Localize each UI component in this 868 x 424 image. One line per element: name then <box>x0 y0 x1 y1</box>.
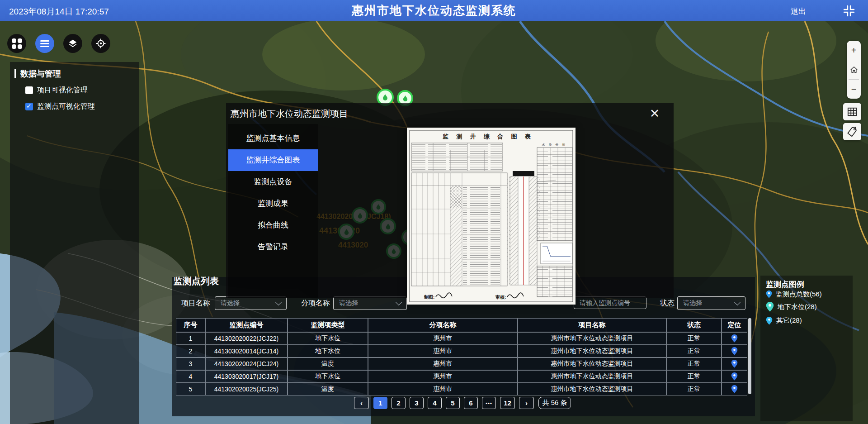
apps-menu-button[interactable] <box>7 34 26 53</box>
document-title: 监 测 井 综 合 图 表 <box>443 133 534 140</box>
list-panel-title: 监测点列表 <box>174 275 219 287</box>
locate-button[interactable] <box>722 370 747 383</box>
cell-status: 正常 <box>666 357 722 370</box>
zoom-in-button[interactable]: + <box>847 41 861 60</box>
home-icon <box>850 66 858 73</box>
select-value: 请选择 <box>334 299 396 307</box>
legend-label: 地下水位(28) <box>778 303 817 311</box>
data-management-panel: 数据与管理 项目可视化管理 监测点可视化管理 <box>10 62 139 424</box>
page-button-2[interactable]: 2 <box>392 397 406 409</box>
col-header-status: 状态 <box>666 318 722 332</box>
panel-header: 数据与管理 <box>14 68 139 79</box>
tab-point-devices[interactable]: 监测点设备 <box>228 171 318 193</box>
collapse-fullscreen-icon[interactable] <box>843 5 855 17</box>
legend-panel: 监测点图例 监测点总数(56) 地下水位(28) 其它(28) <box>760 276 853 421</box>
cell-subitem: 惠州市 <box>368 345 518 357</box>
page-button-3[interactable]: 3 <box>410 397 424 409</box>
col-header-type: 监测项类型 <box>288 318 368 332</box>
legend-title: 监测点图例 <box>766 279 853 290</box>
filter-status-select[interactable]: 请选择 <box>677 296 745 310</box>
chevron-down-icon <box>734 299 741 305</box>
layers-icon <box>68 38 78 48</box>
legend-label: 监测点总数(56) <box>776 290 822 299</box>
col-header-subitem: 分项名称 <box>368 318 518 332</box>
footer-reviewed-by-label: 审核: <box>495 295 506 300</box>
page-button-5[interactable]: 5 <box>446 397 460 409</box>
cell-type: 温度 <box>288 383 368 395</box>
cell-index: 2 <box>176 345 205 357</box>
chevron-down-icon <box>275 299 282 305</box>
filter-status-label: 状态 <box>660 299 675 308</box>
grid-icon <box>847 107 857 117</box>
page-button-6[interactable]: 6 <box>464 397 478 409</box>
page-title: 惠州市地下水位动态监测系统 <box>0 3 868 19</box>
locate-button[interactable] <box>722 357 747 370</box>
table-scrollbar[interactable] <box>748 318 751 394</box>
tab-alarm-records[interactable]: 告警记录 <box>228 236 318 258</box>
cell-point-id: 441302020022(JCJ22) <box>205 332 288 345</box>
well-chart-document: 监 测 井 综 合 图 表 水 质 分 析 <box>407 128 576 305</box>
footer-drawn-by-label: 制图: <box>424 295 434 300</box>
data-menu-button[interactable] <box>35 34 54 53</box>
filter-project-label: 项目名称 <box>181 299 210 308</box>
col-header-project: 项目名称 <box>518 318 666 332</box>
page-next-button[interactable]: › <box>519 397 534 409</box>
locate-button[interactable] <box>722 383 747 395</box>
lightblue-pin-icon <box>766 317 773 325</box>
cell-index: 4 <box>176 370 205 383</box>
apps-icon <box>12 38 22 49</box>
label-tag-button[interactable] <box>843 123 861 140</box>
locate-button[interactable] <box>722 332 747 345</box>
tab-fit-curve[interactable]: 拟合曲线 <box>228 214 318 236</box>
zoom-out-button[interactable]: − <box>847 80 861 99</box>
legend-item-groundwater: 地下水位(28) <box>766 302 817 312</box>
cell-project: 惠州市地下水位动态监测项目 <box>518 345 666 357</box>
page-button-1[interactable]: 1 <box>373 397 387 409</box>
page-prev-button[interactable]: ‹ <box>354 397 369 409</box>
checkbox-label: 监测点可视化管理 <box>37 102 95 111</box>
blue-pin-icon <box>766 291 772 298</box>
legend-item-total: 监测点总数(56) <box>766 290 822 299</box>
tab-basic-info[interactable]: 监测点基本信息 <box>228 128 318 149</box>
locate-button[interactable] <box>722 345 747 357</box>
cell-index: 3 <box>176 357 205 370</box>
cell-project: 惠州市地下水位动态监测项目 <box>518 332 666 345</box>
cell-status: 正常 <box>666 345 722 357</box>
grid-layer-button[interactable] <box>843 103 861 120</box>
page-button-12[interactable]: 12 <box>500 397 515 409</box>
page-ellipsis-button[interactable]: ••• <box>482 397 496 409</box>
tab-well-chart[interactable]: 监测井综合图表 <box>228 149 318 171</box>
layers-button[interactable] <box>63 34 82 53</box>
tag-icon <box>847 126 858 137</box>
filter-project-select[interactable]: 请选择 <box>215 296 287 310</box>
checkbox-label: 项目可视化管理 <box>37 86 88 95</box>
tab-results[interactable]: 监测成果 <box>228 193 318 214</box>
cell-project: 惠州市地下水位动态监测项目 <box>518 383 666 395</box>
cell-project: 惠州市地下水位动态监测项目 <box>518 370 666 383</box>
checkbox-point-visual[interactable]: 监测点可视化管理 <box>25 102 95 111</box>
cell-index: 5 <box>176 383 205 395</box>
water-drop-icon <box>402 95 409 102</box>
close-icon[interactable]: ✕ <box>647 107 662 121</box>
cell-type: 温度 <box>288 357 368 370</box>
locate-icon <box>95 38 106 49</box>
cell-type: 地下水位 <box>288 332 368 345</box>
locate-button[interactable] <box>91 34 110 53</box>
col-header-point-id: 监测点编号 <box>205 318 288 332</box>
point-number-input[interactable] <box>574 296 646 309</box>
legend-item-other: 其它(28) <box>766 316 802 325</box>
checkbox-unchecked-icon[interactable] <box>25 86 33 94</box>
checkbox-checked-icon[interactable] <box>25 103 33 110</box>
col-header-index: 序号 <box>176 318 205 332</box>
select-value: 请选择 <box>678 299 735 307</box>
cell-point-id: 441303020017(JCJ17) <box>205 370 288 383</box>
page-button-4[interactable]: 4 <box>428 397 442 409</box>
cell-index: 1 <box>176 332 205 345</box>
checkbox-project-visual[interactable]: 项目可视化管理 <box>25 86 88 95</box>
logout-button[interactable]: 退出 <box>791 6 806 17</box>
menu-icon <box>40 39 49 48</box>
home-button[interactable] <box>847 60 861 79</box>
app-window: 441302020018(JCJ18) 441302020 4413020 20… <box>0 0 868 424</box>
map-pin-icon <box>731 334 738 343</box>
filter-subitem-select[interactable]: 请选择 <box>333 296 407 310</box>
